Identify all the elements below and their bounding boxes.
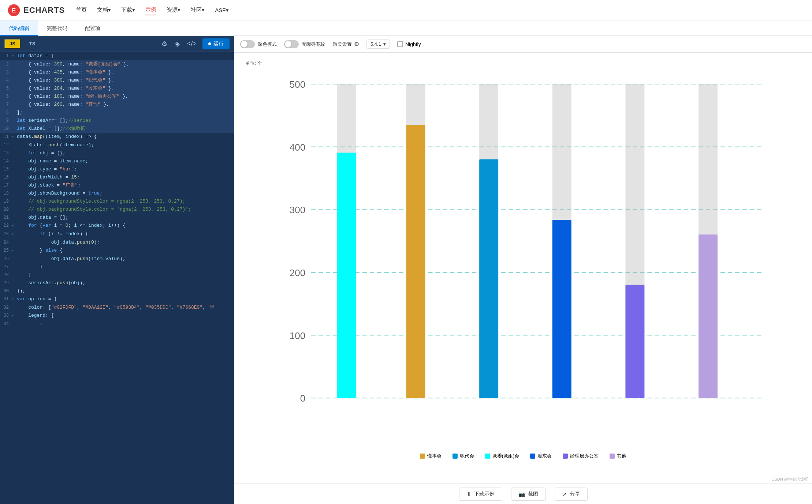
code-text: if (i != index) { (17, 230, 88, 238)
fold-arrow[interactable] (12, 320, 17, 320)
line-number: 10 (0, 125, 12, 133)
fold-arrow[interactable] (12, 263, 17, 263)
code-text: legend: [ (17, 312, 54, 320)
code-line: 26 obj.data.push(item.value); (0, 255, 234, 263)
fold-arrow[interactable] (12, 84, 17, 85)
legend-item[interactable]: 股东会 (530, 453, 552, 459)
fold-arrow[interactable]: ▾ (12, 230, 17, 238)
settings-icon[interactable]: ⚙ (160, 38, 169, 49)
accessible-label: 无障碍花纹 (302, 41, 325, 48)
code-text: datas.map((item, index) => { (17, 133, 97, 141)
line-number: 5 (0, 84, 12, 93)
dark-mode-toggle[interactable] (240, 40, 255, 48)
code-text: } (17, 271, 31, 279)
code-line: 13 let obj = {}; (0, 149, 234, 157)
code-text: // obj.backgroundStyle.color = rgba(2, 2… (17, 198, 185, 206)
code-line: 28 } (0, 271, 234, 279)
legend-label: 职代会 (460, 453, 474, 459)
code-line: 29 seriesArr.push(obj); (0, 279, 234, 287)
download-button[interactable]: ⬇ 下载示例 (459, 488, 502, 501)
logo-text: ECHARTS (23, 5, 65, 15)
fold-arrow[interactable] (12, 117, 17, 117)
fold-arrow[interactable] (12, 279, 17, 279)
code-line: 9 let seriesArr= [];//series (0, 117, 234, 125)
code-text: { value: 380, name: "职代会" }, (17, 76, 114, 84)
nav-item-home[interactable]: 首页 (76, 5, 87, 15)
render-setting[interactable]: 渲染设置 ⚙ (333, 41, 359, 48)
fold-arrow[interactable] (12, 189, 17, 190)
fold-arrow[interactable] (12, 238, 17, 239)
nightly-check[interactable]: Nightly (397, 41, 421, 47)
fold-arrow[interactable] (12, 76, 17, 77)
nav-item-asf[interactable]: ASF▾ (215, 5, 228, 15)
legend-item[interactable]: 懂事会 (420, 453, 442, 459)
screenshot-label: 截图 (528, 491, 538, 497)
3d-icon[interactable]: ◈ (173, 38, 181, 49)
fold-arrow[interactable] (12, 214, 17, 214)
code-line: 20 // obj.backgroundStyle.color = 'rgba(… (0, 206, 234, 214)
fold-arrow[interactable] (12, 125, 17, 125)
tab-config[interactable]: 配置项 (76, 20, 109, 36)
fold-arrow[interactable]: ▾ (12, 222, 17, 230)
version-select[interactable]: 5.4.1 ▾ (366, 40, 390, 49)
screenshot-button[interactable]: 📷 截图 (511, 488, 546, 501)
logo[interactable]: E ECHARTS (7, 4, 65, 17)
tab-full-code[interactable]: 完整代码 (38, 20, 76, 36)
fold-arrow[interactable] (12, 60, 17, 61)
code-line: 34 { (0, 320, 234, 328)
nav-item-examples[interactable]: 示例 (145, 5, 156, 15)
fold-arrow[interactable] (12, 149, 17, 150)
preview-toolbar: 深色模式 无障碍花纹 渲染设置 ⚙ 5.4.1 ▾ Nightly (234, 36, 812, 53)
code-icon[interactable]: </> (186, 38, 198, 49)
code-line: 25 ▾ } else { (0, 247, 234, 255)
fold-arrow[interactable] (12, 181, 17, 182)
code-line: 1 ▾ let datas = [ (0, 52, 234, 60)
line-number: 33 (0, 312, 12, 320)
code-text: // obj.backgroundStyle.color = 'rgba(2, … (17, 206, 191, 214)
fold-arrow[interactable]: ▾ (12, 312, 17, 320)
line-number: 22 (0, 222, 12, 230)
fold-arrow[interactable] (12, 255, 17, 255)
line-number: 12 (0, 141, 12, 149)
fold-arrow[interactable] (12, 68, 17, 69)
fold-arrow[interactable] (12, 271, 17, 271)
fold-arrow[interactable] (12, 101, 17, 101)
fold-arrow[interactable]: ▾ (12, 295, 17, 304)
tab-code-edit[interactable]: 代码编辑 (0, 20, 38, 36)
dark-mode-toggle-group: 深色模式 (240, 40, 277, 48)
legend-item[interactable]: 职代会 (452, 453, 474, 459)
fold-arrow[interactable] (12, 157, 17, 158)
nav-item-resources[interactable]: 资源▾ (167, 5, 180, 15)
code-area[interactable]: 1 ▾ let datas = [ 2 { value: 390, name: … (0, 52, 234, 504)
line-number: 4 (0, 76, 12, 84)
fold-arrow[interactable] (12, 109, 17, 109)
nav-item-download[interactable]: 下载▾ (121, 5, 135, 15)
fold-arrow[interactable] (12, 173, 17, 174)
lang-js-button[interactable]: JS (4, 39, 21, 49)
code-text: let seriesArr= [];//series (17, 117, 91, 125)
fold-arrow[interactable]: ▾ (12, 133, 17, 141)
fold-arrow[interactable] (12, 165, 17, 166)
legend-item[interactable]: 经理层办公室 (563, 453, 599, 459)
svg-rect-21 (552, 220, 571, 398)
svg-text:100: 100 (290, 331, 305, 341)
fold-arrow[interactable] (12, 141, 17, 142)
nightly-checkbox[interactable] (397, 41, 403, 47)
fold-arrow[interactable]: ▾ (12, 247, 17, 255)
fold-arrow[interactable] (12, 198, 17, 198)
accessible-toggle[interactable] (284, 40, 299, 48)
share-button[interactable]: ↗ 分享 (555, 488, 588, 501)
fold-arrow[interactable] (12, 287, 17, 287)
fold-arrow[interactable] (12, 93, 17, 93)
code-line: 8 ]; (0, 109, 234, 117)
code-text: }); (17, 287, 25, 295)
legend-item[interactable]: 其他 (610, 453, 626, 459)
lang-ts-button[interactable]: TS (25, 40, 40, 48)
fold-arrow[interactable] (12, 206, 17, 206)
nav-item-community[interactable]: 社区▾ (191, 5, 205, 15)
legend-item[interactable]: 党委(党组)会 (485, 453, 519, 459)
fold-arrow[interactable] (12, 304, 17, 304)
run-button[interactable]: 运行 (202, 38, 230, 49)
nav-item-docs[interactable]: 文档▾ (97, 5, 111, 15)
fold-arrow[interactable]: ▾ (12, 52, 17, 60)
